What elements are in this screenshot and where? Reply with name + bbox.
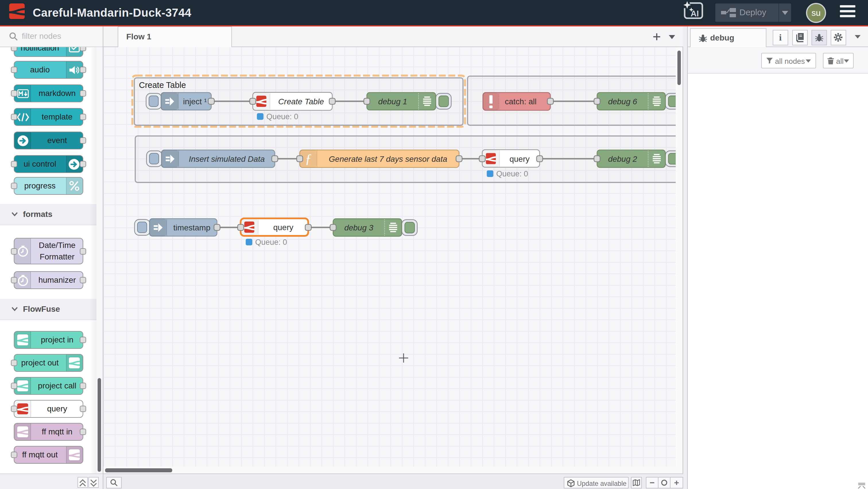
svg-text:Create Table: Create Table	[278, 97, 324, 106]
svg-text:ƒ: ƒ	[305, 151, 312, 166]
svg-text:timestamp: timestamp	[174, 223, 210, 232]
svg-text:Insert simulated Data: Insert simulated Data	[189, 154, 265, 164]
svg-text:catch: all: catch: all	[505, 97, 537, 106]
svg-text:Queue: 0: Queue: 0	[255, 238, 287, 247]
svg-text:Queue: 0: Queue: 0	[267, 112, 298, 121]
svg-text:debug 2: debug 2	[608, 154, 637, 164]
svg-text:debug 1: debug 1	[378, 97, 407, 106]
svg-text:query: query	[273, 223, 293, 232]
svg-text:debug 6: debug 6	[608, 97, 637, 106]
svg-text:Generate last 7 days sensor da: Generate last 7 days sensor data	[329, 154, 447, 164]
svg-text:query: query	[509, 154, 530, 164]
svg-text:inject ¹: inject ¹	[183, 97, 207, 106]
svg-text:Create Table: Create Table	[139, 81, 186, 90]
svg-text:Queue: 0: Queue: 0	[496, 170, 528, 178]
svg-text:debug 3: debug 3	[344, 223, 373, 232]
